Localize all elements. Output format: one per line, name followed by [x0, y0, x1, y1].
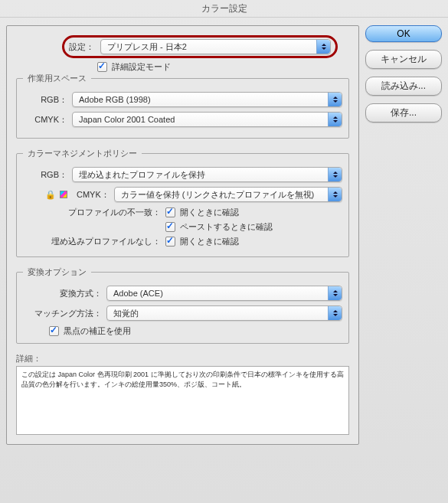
settings-label: 設定： [69, 41, 94, 53]
profile-mismatch-label: プロファイルの不一致： [23, 207, 161, 218]
conversion-legend: 変換オプション [23, 266, 91, 278]
load-button[interactable]: 読み込み... [365, 77, 442, 96]
main-panel: 設定： プリプレス用 - 日本2 詳細設定モード 作業用スペース RGB： Ad… [6, 25, 359, 445]
ask-on-paste-label: ペーストするときに確認 [180, 221, 273, 233]
save-button[interactable]: 保存... [365, 103, 442, 122]
cancel-button[interactable]: キャンセル [365, 50, 442, 69]
missing-ask-open-checkbox[interactable] [165, 237, 175, 247]
advanced-mode-checkbox[interactable] [97, 62, 107, 72]
detail-label: 詳細： [16, 353, 349, 364]
detail-text: この設定は Japan Color 色再現印刷 2001 に準拠しており次の印刷… [16, 366, 349, 435]
chevron-updown-icon [328, 188, 342, 201]
ask-on-open-label: 開くときに確認 [180, 207, 239, 218]
chevron-updown-icon [316, 40, 330, 54]
cmyk-select[interactable]: Japan Color 2001 Coated [72, 112, 342, 127]
working-spaces-group: 作業用スペース RGB： Adobe RGB (1998) CMYK： Japa… [16, 73, 349, 139]
intent-select[interactable]: 知覚的 [106, 305, 342, 321]
ask-on-paste-checkbox[interactable] [165, 222, 175, 232]
missing-ask-open-label: 開くときに確認 [180, 236, 239, 247]
lock-icon: 🔒 [46, 190, 55, 199]
policy-group: カラーマネジメントポリシー RGB： 埋め込まれたプロファイルを保持 🔒 CMY… [16, 148, 349, 257]
engine-select[interactable]: Adobe (ACE) [106, 286, 342, 301]
bpc-label: 黒点の補正を使用 [64, 325, 131, 337]
cmyk-label: CMYK： [23, 114, 67, 126]
bpc-checkbox[interactable] [49, 326, 59, 336]
working-spaces-legend: 作業用スペース [23, 73, 91, 84]
chevron-updown-icon [328, 306, 342, 320]
ask-on-open-checkbox[interactable] [165, 207, 175, 217]
settings-highlight: 設定： プリプレス用 - 日本2 [62, 35, 338, 58]
ok-button[interactable]: OK [365, 25, 442, 42]
policy-cmyk-select[interactable]: カラー値を保持 (リンクされたプロファイルを無視) [114, 187, 342, 202]
settings-select[interactable]: プリプレス用 - 日本2 [100, 39, 331, 54]
policy-rgb-select[interactable]: 埋め込まれたプロファイルを保持 [72, 167, 342, 182]
missing-profile-label: 埋め込みプロファイルなし： [23, 236, 161, 247]
engine-label: 変換方式： [23, 288, 102, 299]
chevron-updown-icon [328, 93, 342, 106]
side-buttons: OK キャンセル 読み込み... 保存... [365, 25, 442, 445]
policy-legend: カラーマネジメントポリシー [23, 148, 142, 159]
conversion-group: 変換オプション 変換方式： Adobe (ACE) マッチング方法： 知覚的 黒… [16, 266, 349, 344]
intent-label: マッチング方法： [23, 308, 102, 319]
window-title: カラー設定 [0, 0, 448, 18]
chevron-updown-icon [328, 286, 342, 300]
rgb-select[interactable]: Adobe RGB (1998) [72, 92, 342, 107]
chevron-updown-icon [328, 113, 342, 126]
policy-rgb-label: RGB： [23, 169, 67, 181]
advanced-mode-label: 詳細設定モード [112, 61, 171, 73]
policy-cmyk-label: CMYK： [77, 189, 110, 201]
chevron-updown-icon [328, 168, 342, 181]
color-swatch-icon [60, 191, 67, 198]
rgb-label: RGB： [23, 94, 67, 106]
